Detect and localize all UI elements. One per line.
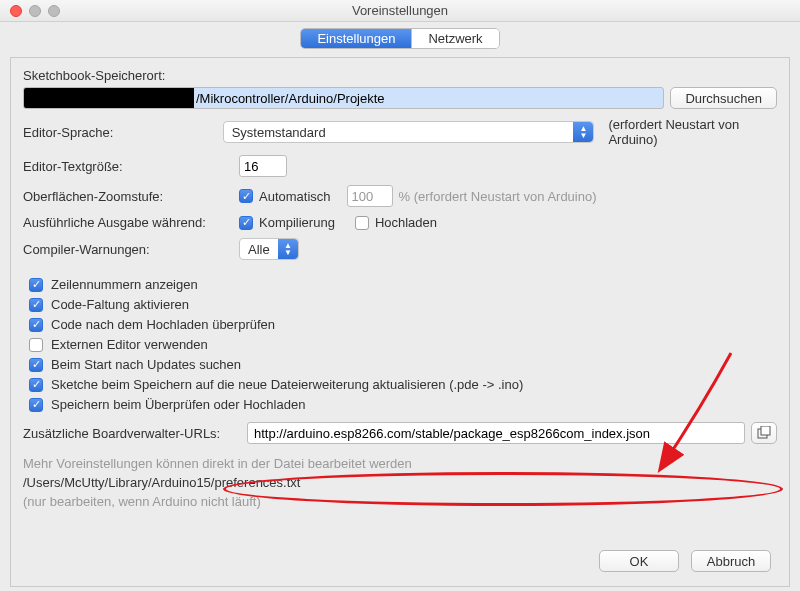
open-urls-dialog-button[interactable] — [751, 422, 777, 444]
redacted-path — [24, 88, 194, 108]
zoom-label: Oberflächen-Zoomstufe: — [23, 189, 233, 204]
tabs-row: Einstellungen Netzwerk — [0, 22, 800, 57]
browse-button[interactable]: Durchsuchen — [670, 87, 777, 109]
zoom-auto-label: Automatisch — [259, 189, 331, 204]
titlebar: Voreinstellungen — [0, 0, 800, 22]
cb-update-ext-label: Sketche beim Speichern auf die neue Date… — [51, 377, 523, 392]
tab-network[interactable]: Netzwerk — [412, 29, 498, 48]
cb-verify-upload[interactable] — [29, 318, 43, 332]
svg-rect-1 — [761, 426, 770, 435]
prefs-path: /Users/McUtty/Library/Arduino15/preferen… — [23, 475, 777, 490]
editor-language-label: Editor-Sprache: — [23, 125, 217, 140]
cb-folding-label: Code-Faltung aktivieren — [51, 297, 189, 312]
preferences-panel: Sketchbook-Speicherort: /Mikrocontroller… — [10, 57, 790, 587]
sketchbook-path-visible: /Mikrocontroller/Arduino/Projekte — [194, 91, 385, 106]
cb-external-editor[interactable] — [29, 338, 43, 352]
cb-check-updates-label: Beim Start nach Updates suchen — [51, 357, 241, 372]
window-title: Voreinstellungen — [0, 3, 800, 18]
cb-save-verify[interactable] — [29, 398, 43, 412]
boards-url-label: Zusätzliche Boardverwalter-URLs: — [23, 426, 241, 441]
verbose-upload-label: Hochladen — [375, 215, 437, 230]
cb-check-updates[interactable] — [29, 358, 43, 372]
cb-verify-upload-label: Code nach dem Hochladen überprüfen — [51, 317, 275, 332]
cb-save-verify-label: Speichern beim Überprüfen oder Hochladen — [51, 397, 305, 412]
dialog-buttons: OK Abbruch — [599, 550, 771, 572]
editor-textsize-input[interactable] — [239, 155, 287, 177]
edit-only-hint: (nur bearbeiten, wenn Arduino nicht läuf… — [23, 494, 777, 509]
cb-external-editor-label: Externen Editor verwenden — [51, 337, 208, 352]
restart-hint-1: (erfordert Neustart von Arduino) — [608, 117, 777, 147]
cancel-button[interactable]: Abbruch — [691, 550, 771, 572]
chevron-updown-icon: ▲▼ — [573, 122, 593, 142]
window-icon — [757, 426, 771, 440]
zoom-value-input — [347, 185, 393, 207]
cb-linenumbers[interactable] — [29, 278, 43, 292]
more-prefs-hint: Mehr Voreinstellungen können direkt in d… — [23, 456, 777, 471]
ok-button[interactable]: OK — [599, 550, 679, 572]
compiler-warnings-select[interactable]: Alle ▲▼ — [239, 238, 299, 260]
cb-folding[interactable] — [29, 298, 43, 312]
boards-url-input[interactable] — [247, 422, 745, 444]
verbose-label: Ausführliche Ausgabe während: — [23, 215, 233, 230]
verbose-upload-checkbox[interactable] — [355, 216, 369, 230]
cb-linenumbers-label: Zeilennummern anzeigen — [51, 277, 198, 292]
editor-language-value: Systemstandard — [232, 125, 326, 140]
tab-settings[interactable]: Einstellungen — [301, 29, 412, 48]
editor-language-select[interactable]: Systemstandard ▲▼ — [223, 121, 595, 143]
chevron-updown-icon: ▲▼ — [278, 239, 298, 259]
zoom-pct-hint: % (erfordert Neustart von Arduino) — [399, 189, 597, 204]
sketchbook-path-field[interactable]: /Mikrocontroller/Arduino/Projekte — [23, 87, 664, 109]
compiler-warnings-value: Alle — [248, 242, 270, 257]
verbose-compile-label: Kompilierung — [259, 215, 335, 230]
cb-update-ext[interactable] — [29, 378, 43, 392]
editor-textsize-label: Editor-Textgröße: — [23, 159, 233, 174]
compiler-warnings-label: Compiler-Warnungen: — [23, 242, 233, 257]
verbose-compile-checkbox[interactable] — [239, 216, 253, 230]
sketchbook-label: Sketchbook-Speicherort: — [23, 68, 165, 83]
tabs-segmented: Einstellungen Netzwerk — [300, 28, 499, 49]
zoom-auto-checkbox[interactable] — [239, 189, 253, 203]
